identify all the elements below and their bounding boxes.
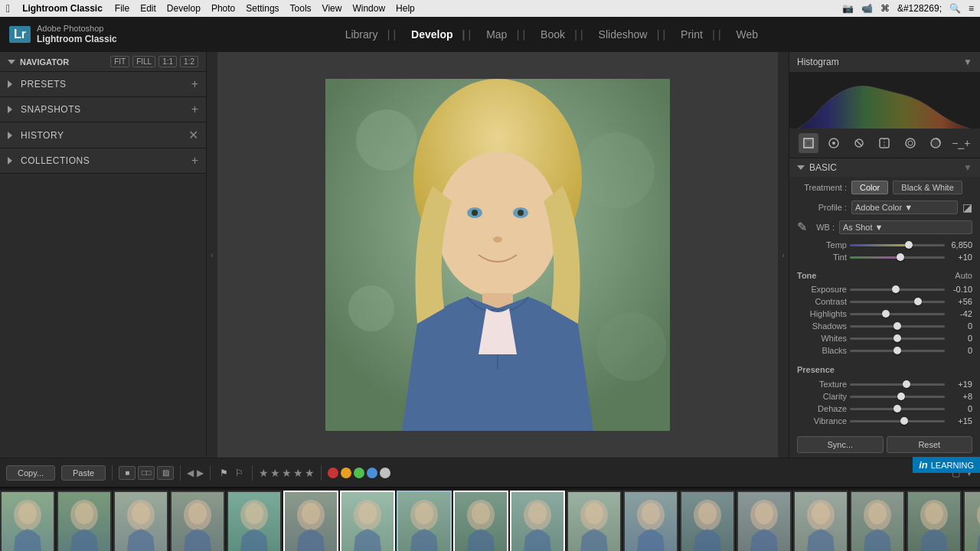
filmstrip-thumb[interactable] — [680, 491, 735, 551]
collections-add-icon[interactable]: + — [191, 154, 198, 168]
copy-button[interactable]: Copy... — [6, 465, 55, 481]
star-4[interactable]: ★ — [293, 467, 303, 479]
snapshots-add-icon[interactable]: + — [191, 103, 198, 116]
presets-header[interactable]: Presets + — [0, 72, 206, 96]
sync-button[interactable]: Sync... — [797, 436, 884, 453]
filmstrip-thumb[interactable] — [227, 491, 282, 551]
filmstrip-thumb[interactable] — [283, 491, 338, 551]
filmstrip-thumb[interactable] — [850, 491, 905, 551]
history-header[interactable]: History ✕ — [0, 122, 206, 148]
menu-view[interactable]: View — [322, 3, 342, 14]
collections-header[interactable]: Collections + — [0, 148, 206, 173]
color-treatment-btn[interactable]: Color — [851, 181, 888, 194]
vibrance-track[interactable] — [850, 420, 945, 422]
bw-treatment-btn[interactable]: Black & White — [893, 181, 962, 194]
temp-track[interactable] — [850, 244, 945, 246]
clarity-thumb[interactable] — [897, 393, 905, 400]
color-label-green[interactable] — [354, 468, 364, 478]
dehaze-track[interactable] — [850, 408, 945, 410]
tint-track[interactable] — [850, 256, 945, 259]
menu-photo[interactable]: Photo — [211, 3, 235, 14]
star-2[interactable]: ★ — [270, 467, 280, 479]
histogram-collapse-icon[interactable]: ▼ — [963, 57, 972, 67]
survey-view-btn[interactable]: ▨ — [157, 466, 174, 480]
menu-icon[interactable]: ≡ — [969, 3, 974, 14]
color-picker-tool[interactable] — [926, 133, 946, 153]
shadows-thumb[interactable] — [893, 322, 901, 330]
filmstrip-thumb[interactable] — [510, 491, 565, 551]
adjustment-brush-tool[interactable]: −⎯+ — [951, 133, 971, 153]
zoom-1to1[interactable]: 1:1 — [158, 56, 177, 67]
next-arrow[interactable]: ▶ — [197, 468, 204, 478]
color-label-purple[interactable] — [380, 468, 390, 478]
blacks-track[interactable] — [850, 350, 945, 352]
navigator-header[interactable]: Navigator FIT FILL 1:1 1:2 — [0, 52, 206, 71]
profile-select[interactable]: Adobe Color ▼ — [851, 201, 958, 214]
filmstrip-thumb[interactable] — [963, 491, 980, 551]
tab-map[interactable]: Map — [474, 25, 519, 44]
prev-arrow[interactable]: ◀ — [187, 468, 194, 478]
tab-library[interactable]: Library — [333, 25, 390, 44]
exposure-track[interactable] — [850, 289, 945, 291]
color-label-orange[interactable] — [341, 468, 351, 478]
zoom-fill[interactable]: FILL — [132, 56, 155, 67]
menu-tools[interactable]: Tools — [290, 3, 312, 14]
star-1[interactable]: ★ — [259, 467, 269, 479]
paste-button[interactable]: Paste — [61, 465, 106, 481]
filmstrip-thumb[interactable] — [906, 491, 962, 551]
exposure-thumb[interactable] — [892, 285, 900, 293]
whites-track[interactable] — [850, 337, 945, 340]
menu-develop[interactable]: Develop — [167, 3, 201, 14]
tint-thumb[interactable] — [897, 253, 904, 261]
filmstrip-thumb[interactable] — [340, 491, 395, 551]
radial-filter-tool[interactable] — [900, 133, 920, 153]
highlights-thumb[interactable] — [882, 310, 890, 318]
reset-button[interactable]: Reset — [887, 436, 973, 453]
heal-tool[interactable] — [824, 133, 844, 153]
search-icon[interactable]: 🔍 — [949, 3, 961, 14]
flag-reject-btn[interactable]: ⚐ — [232, 466, 246, 480]
apple-icon[interactable]:  — [6, 2, 10, 15]
filmstrip-thumb[interactable] — [793, 491, 848, 551]
color-label-blue[interactable] — [367, 468, 377, 478]
filmstrip-thumb[interactable] — [57, 491, 112, 551]
whites-thumb[interactable] — [893, 334, 901, 342]
filmstrip-thumb[interactable] — [623, 491, 678, 551]
menu-edit[interactable]: Edit — [140, 3, 156, 14]
profile-grid-icon[interactable]: ◪ — [962, 201, 972, 214]
texture-track[interactable] — [850, 383, 945, 386]
left-panel-collapse-arrow[interactable]: ‹ — [207, 52, 217, 458]
masking-tool[interactable] — [874, 133, 894, 153]
tab-print[interactable]: Print — [668, 25, 715, 44]
filmstrip-thumb[interactable] — [397, 491, 452, 551]
crop-tool[interactable] — [799, 133, 818, 153]
presets-add-icon[interactable]: + — [191, 77, 198, 91]
flag-pick-btn[interactable]: ⚑ — [217, 466, 230, 480]
red-eye-tool[interactable] — [849, 133, 869, 153]
compare-view-btn[interactable]: □□ — [138, 466, 155, 480]
zoom-fit[interactable]: FIT — [110, 56, 129, 67]
contrast-track[interactable] — [850, 301, 945, 303]
filmstrip-thumb[interactable] — [113, 491, 168, 551]
filmstrip-thumb[interactable] — [737, 491, 792, 551]
clarity-track[interactable] — [850, 396, 945, 398]
star-3[interactable]: ★ — [282, 467, 292, 479]
tab-book[interactable]: Book — [528, 25, 577, 44]
right-panel-collapse-arrow[interactable]: › — [778, 52, 789, 458]
filmstrip-thumb[interactable] — [567, 491, 622, 551]
menu-help[interactable]: Help — [396, 3, 415, 14]
texture-thumb[interactable] — [903, 380, 910, 388]
history-clear-icon[interactable]: ✕ — [188, 128, 198, 142]
shadows-track[interactable] — [850, 325, 945, 328]
loupe-view-btn[interactable]: ■ — [119, 466, 136, 480]
temp-thumb[interactable] — [905, 241, 913, 249]
filmstrip-thumb[interactable] — [170, 491, 225, 551]
filmstrip-thumb[interactable] — [0, 491, 55, 551]
tab-develop[interactable]: Develop — [399, 25, 465, 44]
tone-auto-btn[interactable]: Auto — [955, 271, 972, 280]
wb-eyedropper-icon[interactable]: ✎ — [797, 220, 807, 234]
star-5[interactable]: ★ — [305, 467, 315, 479]
color-label-red[interactable] — [328, 468, 338, 478]
menu-file[interactable]: File — [115, 3, 129, 14]
tab-slideshow[interactable]: Slideshow — [586, 25, 660, 44]
